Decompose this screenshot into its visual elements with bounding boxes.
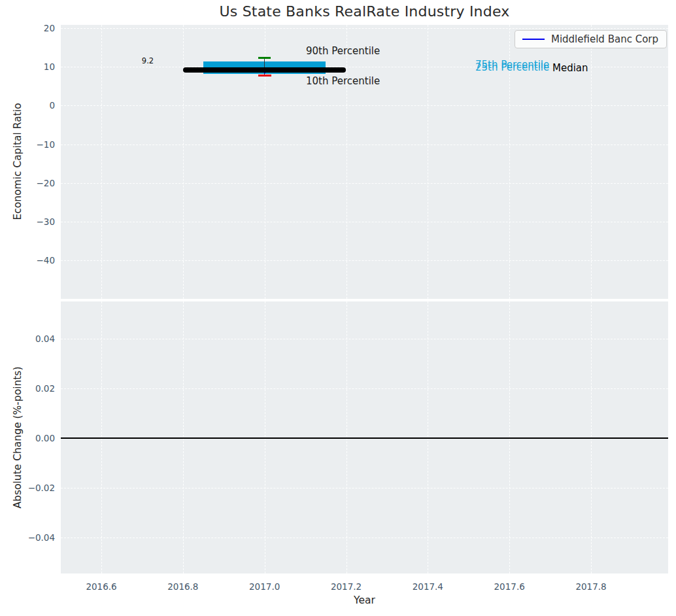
p90-annotation: 90th Percentile bbox=[306, 45, 380, 57]
median-line bbox=[183, 67, 346, 73]
top-y-axis-label: Economic Capital Ratio bbox=[12, 103, 24, 220]
y-tick-label: 0.00 bbox=[0, 432, 55, 444]
gridline-horizontal bbox=[61, 183, 668, 184]
x-tick-label: 2017.6 bbox=[483, 581, 535, 592]
gridline-vertical bbox=[591, 25, 592, 299]
gridline-horizontal bbox=[61, 260, 668, 261]
median-value-annotation: 9.2 bbox=[142, 56, 154, 65]
gridline-horizontal bbox=[61, 145, 668, 145]
y-tick-label: 10 bbox=[0, 61, 55, 73]
gridline-horizontal bbox=[61, 28, 668, 29]
gridline-horizontal bbox=[61, 222, 668, 222]
gridline-horizontal bbox=[61, 488, 668, 488]
median-annotation: Median bbox=[552, 62, 588, 74]
gridline-horizontal bbox=[61, 105, 668, 106]
bottom-plot-area bbox=[61, 301, 668, 573]
legend-label: Middlefield Banc Corp bbox=[551, 33, 658, 45]
chart-title: Us State Banks RealRate Industry Index bbox=[61, 3, 668, 20]
gridline-horizontal bbox=[61, 538, 668, 538]
x-tick-label: 2016.6 bbox=[75, 581, 127, 592]
x-tick-label: 2016.8 bbox=[157, 581, 209, 592]
y-tick-label: −40 bbox=[0, 254, 55, 266]
y-tick-label: 0.02 bbox=[0, 383, 55, 394]
y-tick-label: −0.02 bbox=[0, 482, 55, 494]
x-tick-label: 2017.4 bbox=[401, 581, 454, 592]
y-tick-label: −30 bbox=[0, 216, 55, 228]
x-axis-label: Year bbox=[61, 594, 668, 606]
y-tick-label: −10 bbox=[0, 139, 55, 150]
x-tick-label: 2017.2 bbox=[320, 581, 373, 592]
x-tick-label: 2017.0 bbox=[239, 581, 291, 592]
y-tick-label: −0.04 bbox=[0, 532, 55, 543]
p25-annotation: 25th Percentile bbox=[475, 61, 549, 73]
p10-cap bbox=[258, 75, 271, 77]
gridline-horizontal bbox=[61, 339, 668, 339]
gridline-horizontal bbox=[61, 388, 668, 389]
gridline-vertical bbox=[101, 25, 102, 299]
legend-line-icon bbox=[522, 39, 545, 41]
y-tick-label: 0.04 bbox=[0, 333, 55, 345]
x-tick-label: 2017.8 bbox=[565, 581, 617, 592]
p90-cap bbox=[258, 57, 271, 59]
gridline-vertical bbox=[346, 25, 347, 299]
y-tick-label: −20 bbox=[0, 177, 55, 189]
y-tick-label: 0 bbox=[0, 99, 55, 111]
legend: Middlefield Banc Corp bbox=[515, 30, 667, 48]
zero-line bbox=[61, 437, 668, 439]
top-plot-area: 9.2 90th Percentile 10th Percentile 75th… bbox=[61, 25, 668, 299]
p10-annotation: 10th Percentile bbox=[306, 75, 380, 87]
figure: Us State Banks RealRate Industry Index E… bbox=[0, 0, 676, 616]
gridline-vertical bbox=[428, 25, 428, 299]
y-tick-label: 20 bbox=[0, 22, 55, 34]
gridline-vertical bbox=[183, 25, 184, 299]
